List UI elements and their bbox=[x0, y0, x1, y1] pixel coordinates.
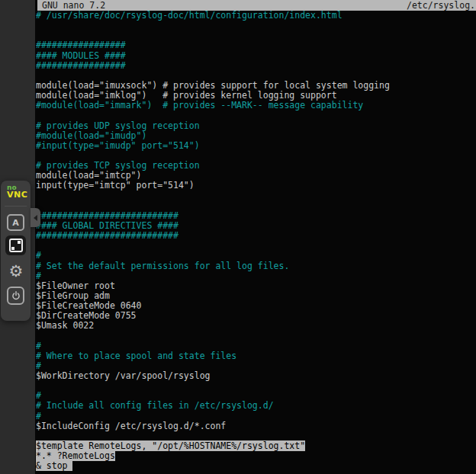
disconnect-button[interactable] bbox=[7, 287, 24, 305]
terminal-line: ########################### bbox=[36, 211, 476, 221]
terminal-line bbox=[36, 21, 476, 30]
terminal-line: # bbox=[36, 271, 476, 281]
nano-filename-label: /etc/rsyslog. bbox=[407, 0, 475, 11]
terminal-line bbox=[36, 331, 476, 341]
control-bar-divider bbox=[5, 206, 27, 207]
terminal-line: $WorkDirectory /var/spool/rsyslog bbox=[36, 371, 476, 381]
terminal-line bbox=[36, 381, 476, 391]
terminal-line: #module(load="imudp") bbox=[36, 131, 476, 141]
gear-icon: ⚙ bbox=[9, 261, 24, 282]
terminal-line: *.* ?RemoteLogs bbox=[36, 451, 476, 461]
novnc-logo-vnc: VNC bbox=[7, 191, 31, 199]
terminal-line: # provides UDP syslog reception bbox=[36, 121, 476, 131]
terminal-line: $Umask 0022 bbox=[36, 321, 476, 331]
fullscreen-button[interactable] bbox=[5, 235, 26, 255]
terminal-line: # bbox=[36, 412, 476, 421]
fullscreen-icon bbox=[9, 239, 23, 252]
novnc-logo: no VNC bbox=[1, 184, 31, 199]
power-icon bbox=[11, 290, 21, 301]
terminal-line bbox=[36, 191, 476, 201]
terminal-line: #input(type="imudp" port="514") bbox=[36, 141, 476, 151]
nano-titlebar: GNU nano 7.2 /etc/rsyslog. bbox=[37, 0, 476, 11]
terminal-line: $IncludeConfig /etc/rsyslog.d/*.conf bbox=[36, 421, 476, 431]
terminal-line: # bbox=[36, 251, 476, 261]
nano-terminal[interactable]: GNU nano 7.2 /etc/rsyslog. # /usr/share/… bbox=[35, 0, 476, 474]
terminal-line: #### MODULES #### bbox=[36, 51, 476, 61]
editor-content: # /usr/share/doc/rsyslog-doc/html/config… bbox=[36, 11, 476, 474]
terminal-line: # Where to place spool and state files bbox=[36, 351, 476, 361]
terminal-line: ########################### bbox=[36, 231, 476, 241]
terminal-line: ################# bbox=[36, 61, 476, 71]
terminal-line bbox=[36, 71, 476, 81]
terminal-line: & stop bbox=[36, 461, 476, 471]
terminal-line: $FileOwner root bbox=[36, 281, 476, 291]
terminal-line bbox=[36, 241, 476, 251]
terminal-line: # Set the default permissions for all lo… bbox=[36, 261, 476, 271]
settings-button[interactable]: ⚙ bbox=[7, 261, 25, 282]
terminal-line: #module(load="immark") # provides --MARK… bbox=[36, 101, 476, 110]
terminal-line: input(type="imtcp" port="514") bbox=[36, 181, 476, 191]
terminal-line: ################# bbox=[36, 40, 476, 50]
extra-keys-button[interactable]: A bbox=[7, 214, 24, 231]
control-bar-handle[interactable] bbox=[31, 208, 40, 227]
nano-version-label: GNU nano 7.2 bbox=[42, 0, 105, 11]
novnc-control-bar: no VNC A ⚙ bbox=[1, 181, 31, 321]
collapse-arrow-icon bbox=[34, 215, 37, 221]
terminal-line bbox=[36, 110, 476, 120]
terminal-line: # Include all config files in /etc/rsysl… bbox=[36, 401, 476, 411]
letter-a-icon: A bbox=[12, 218, 19, 228]
terminal-line: $DirCreateMode 0755 bbox=[36, 311, 476, 321]
terminal-line: # bbox=[36, 341, 476, 351]
terminal-line: # /usr/share/doc/rsyslog-doc/html/config… bbox=[36, 11, 476, 21]
desktop: { "colors": { "terminal-bg": "#060606", … bbox=[0, 0, 476, 474]
terminal-line bbox=[36, 201, 476, 211]
